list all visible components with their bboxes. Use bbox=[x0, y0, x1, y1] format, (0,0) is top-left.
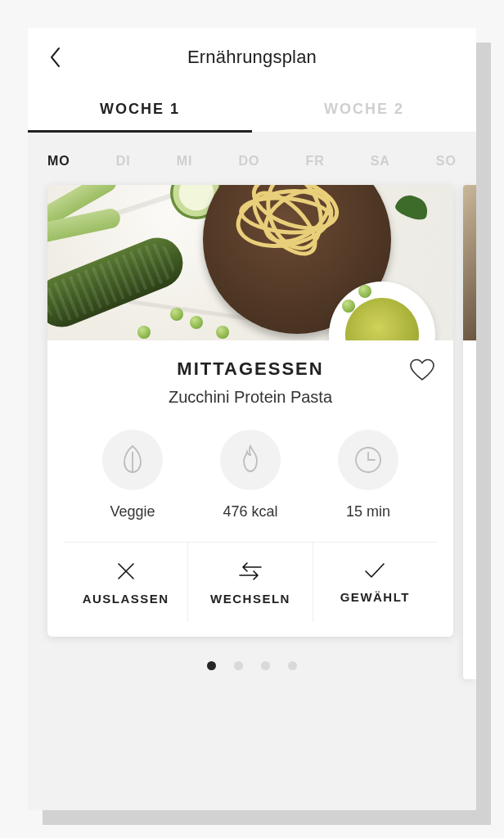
choose-label: GEWÄHLT bbox=[340, 590, 410, 604]
back-button[interactable] bbox=[39, 28, 72, 87]
stat-calories-label: 476 kcal bbox=[223, 503, 277, 520]
chevron-left-icon bbox=[48, 46, 63, 69]
app-screen: Ernährungsplan WOCHE 1 WOCHE 2 MO DI MI … bbox=[28, 28, 476, 810]
clock-icon bbox=[353, 444, 384, 475]
meal-stats: Veggie 476 kcal bbox=[64, 430, 437, 520]
day-mi[interactable]: MI bbox=[177, 154, 193, 169]
day-sa[interactable]: SA bbox=[371, 154, 390, 169]
tab-week-1[interactable]: WOCHE 1 bbox=[28, 87, 252, 132]
pager-dot-4[interactable] bbox=[288, 661, 297, 670]
page-title: Ernährungsplan bbox=[28, 47, 476, 68]
day-di[interactable]: DI bbox=[116, 154, 131, 169]
check-icon bbox=[362, 561, 387, 580]
day-selector: MO DI MI DO FR SA SO bbox=[28, 133, 476, 185]
swap-label: WECHSELN bbox=[210, 592, 290, 606]
meal-card[interactable]: MITTAGESSEN Zucchini Protein Pasta bbox=[47, 185, 453, 637]
app-header: Ernährungsplan bbox=[28, 28, 476, 87]
meal-type-label: MITTAGESSEN bbox=[64, 358, 437, 380]
meal-card-body: MITTAGESSEN Zucchini Protein Pasta bbox=[47, 340, 453, 637]
pager-dot-1[interactable] bbox=[207, 661, 216, 670]
pager-dot-2[interactable] bbox=[234, 661, 243, 670]
meal-carousel[interactable]: MITTAGESSEN Zucchini Protein Pasta bbox=[28, 185, 476, 637]
choose-button[interactable]: GEWÄHLT bbox=[313, 543, 437, 622]
day-fr[interactable]: FR bbox=[305, 154, 324, 169]
stat-time-label: 15 min bbox=[346, 503, 390, 520]
heart-icon bbox=[408, 358, 436, 382]
stat-time: 15 min bbox=[323, 430, 413, 520]
swap-button[interactable]: WECHSELN bbox=[188, 543, 313, 622]
day-mo[interactable]: MO bbox=[47, 154, 70, 169]
day-so[interactable]: SO bbox=[436, 154, 457, 169]
stat-diet: Veggie bbox=[88, 430, 178, 520]
close-icon bbox=[115, 561, 137, 582]
favorite-button[interactable] bbox=[406, 354, 439, 386]
week-tabs: WOCHE 1 WOCHE 2 bbox=[28, 87, 476, 133]
skip-button[interactable]: AUSLASSEN bbox=[64, 543, 188, 622]
stat-calories: 476 kcal bbox=[205, 430, 295, 520]
pager-dot-3[interactable] bbox=[261, 661, 270, 670]
meal-title: Zucchini Protein Pasta bbox=[64, 388, 437, 407]
next-meal-peek[interactable] bbox=[463, 185, 476, 679]
meal-actions: AUSLASSEN WECHSELN bbox=[64, 542, 437, 622]
stat-diet-label: Veggie bbox=[110, 503, 155, 520]
swap-icon bbox=[236, 561, 264, 582]
flame-icon bbox=[237, 444, 263, 476]
leaf-icon bbox=[119, 444, 146, 476]
content-area: MO DI MI DO FR SA SO bbox=[28, 133, 476, 810]
day-do[interactable]: DO bbox=[238, 154, 259, 169]
tab-week-2[interactable]: WOCHE 2 bbox=[252, 87, 476, 132]
skip-label: AUSLASSEN bbox=[83, 592, 169, 606]
pager-dots bbox=[28, 637, 476, 670]
meal-image bbox=[47, 185, 453, 340]
